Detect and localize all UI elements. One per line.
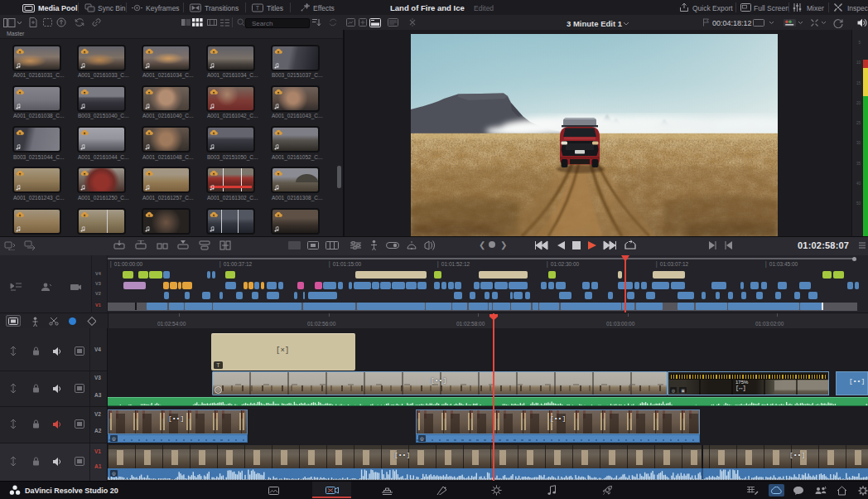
svg-text:T: T	[256, 5, 260, 11]
